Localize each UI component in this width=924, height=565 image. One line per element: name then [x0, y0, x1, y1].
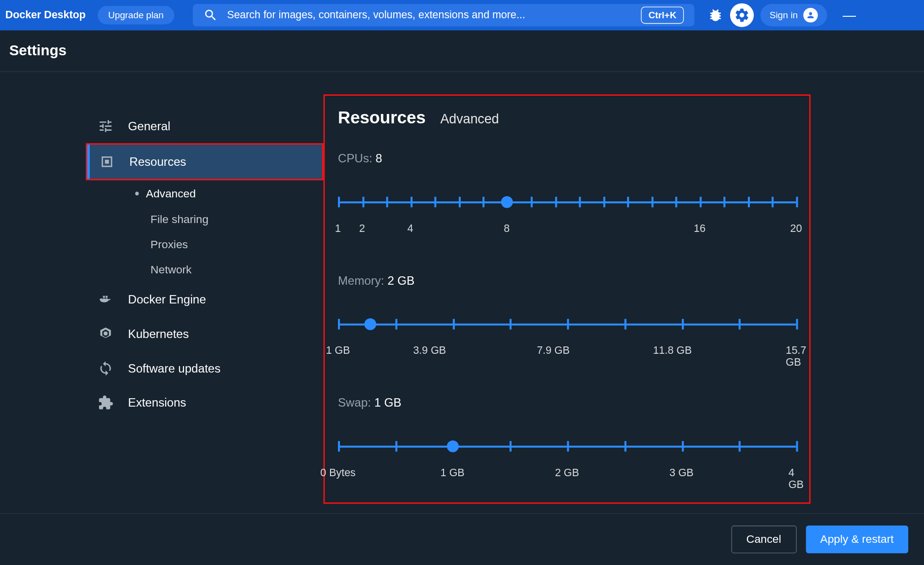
- sign-in-label: Sign in: [770, 10, 798, 20]
- update-icon: [98, 361, 113, 377]
- memory-setting: Memory: 2 GB 1 GB3.9 GB7.9 GB11.8 GB15.7…: [338, 274, 796, 359]
- cpus-setting: CPUs: 8 12481620: [338, 152, 796, 237]
- search-icon: [203, 8, 218, 22]
- topbar: Docker Desktop Upgrade plan Search for i…: [0, 0, 924, 31]
- memory-slider[interactable]: [338, 316, 796, 334]
- tune-icon: [98, 118, 113, 134]
- resources-advanced-panel: Resources Advanced CPUs: 8 12481620 Memo…: [324, 94, 811, 504]
- minimize-button[interactable]: —: [833, 7, 865, 23]
- settings-gear-button[interactable]: [730, 3, 754, 27]
- toolbar-icons: Sign in —: [707, 3, 865, 27]
- sidebar-subitem-network[interactable]: Network: [86, 258, 324, 283]
- gear-icon: [734, 7, 750, 23]
- swap-setting: Swap: 1 GB 0 Bytes1 GB2 GB3 GB4 GB: [338, 396, 796, 482]
- sidebar-subitem-proxies[interactable]: Proxies: [86, 232, 324, 258]
- sidebar-item-label: General: [128, 119, 171, 133]
- sidebar-subitem-file-sharing[interactable]: File sharing: [86, 207, 324, 232]
- kubernetes-icon: [98, 326, 113, 342]
- page-title: Settings: [0, 31, 924, 72]
- sidebar-item-general[interactable]: General: [86, 109, 324, 144]
- swap-label: Swap: 1 GB: [338, 396, 796, 410]
- sidebar-item-kubernetes[interactable]: Kubernetes: [86, 317, 324, 351]
- memory-slider-labels: 1 GB3.9 GB7.9 GB11.8 GB15.7 GB: [338, 344, 796, 359]
- settings-sidebar: General Resources Advanced File sharing …: [0, 72, 324, 565]
- sidebar-item-label: Software updates: [128, 362, 221, 376]
- sidebar-item-extensions[interactable]: Extensions: [86, 385, 324, 420]
- sidebar-item-label: Extensions: [128, 396, 186, 410]
- search-shortcut-badge: Ctrl+K: [641, 6, 684, 24]
- docker-icon: [98, 292, 113, 307]
- footer: Cancel Apply & restart: [0, 513, 924, 565]
- sidebar-subitem-advanced[interactable]: Advanced: [86, 180, 324, 207]
- panel-subtitle: Advanced: [440, 112, 499, 127]
- sidebar-item-label: Docker Engine: [128, 293, 206, 306]
- cpus-slider[interactable]: [338, 193, 796, 212]
- panel-title: Resources: [338, 108, 426, 128]
- cpus-label: CPUs: 8: [338, 152, 796, 166]
- puzzle-icon: [98, 395, 113, 411]
- swap-slider-labels: 0 Bytes1 GB2 GB3 GB4 GB: [338, 467, 796, 481]
- sidebar-item-label: Resources: [129, 155, 186, 169]
- sidebar-item-software-updates[interactable]: Software updates: [86, 351, 324, 386]
- bug-icon[interactable]: [707, 7, 723, 23]
- sidebar-item-docker-engine[interactable]: Docker Engine: [86, 283, 324, 317]
- upgrade-plan-button[interactable]: Upgrade plan: [98, 6, 174, 24]
- sidebar-item-resources[interactable]: Resources: [86, 143, 324, 180]
- memory-label: Memory: 2 GB: [338, 274, 796, 288]
- sign-in-button[interactable]: Sign in: [760, 4, 827, 26]
- cancel-button[interactable]: Cancel: [731, 526, 796, 553]
- app-title: Docker Desktop: [0, 9, 91, 21]
- sidebar-item-label: Kubernetes: [128, 327, 189, 341]
- search-placeholder: Search for images, containers, volumes, …: [227, 9, 626, 21]
- cpus-slider-labels: 12481620: [338, 223, 796, 237]
- swap-slider[interactable]: [338, 438, 796, 456]
- search-input[interactable]: Search for images, containers, volumes, …: [193, 4, 695, 26]
- layers-icon: [99, 154, 115, 170]
- apply-restart-button[interactable]: Apply & restart: [806, 526, 908, 553]
- avatar-icon: [803, 8, 817, 22]
